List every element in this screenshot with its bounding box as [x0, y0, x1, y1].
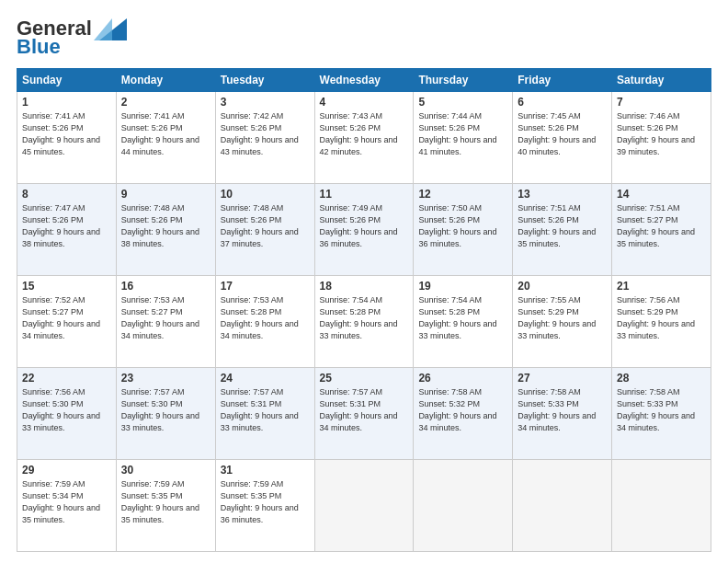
day-cell-11: 11Sunrise: 7:49 AMSunset: 5:26 PMDayligh…	[314, 184, 414, 276]
day-number: 22	[22, 372, 111, 385]
day-number: 7	[617, 96, 706, 109]
day-cell-22: 22Sunrise: 7:56 AMSunset: 5:30 PMDayligh…	[17, 368, 117, 460]
day-info: Sunrise: 7:55 AMSunset: 5:29 PMDaylight:…	[518, 294, 607, 342]
day-cell-31: 31Sunrise: 7:59 AMSunset: 5:35 PMDayligh…	[215, 460, 314, 552]
day-number: 26	[418, 372, 507, 385]
day-number: 4	[320, 96, 409, 109]
day-cell-30: 30Sunrise: 7:59 AMSunset: 5:35 PMDayligh…	[116, 460, 215, 552]
day-header-saturday: Saturday	[612, 69, 711, 92]
day-cell-2: 2Sunrise: 7:41 AMSunset: 5:26 PMDaylight…	[116, 92, 215, 184]
day-cell-3: 3Sunrise: 7:42 AMSunset: 5:26 PMDaylight…	[215, 92, 314, 184]
day-cell-1: 1Sunrise: 7:41 AMSunset: 5:26 PMDaylight…	[17, 92, 117, 184]
day-header-thursday: Thursday	[414, 69, 513, 92]
empty-cell	[414, 460, 513, 552]
day-number: 14	[617, 188, 706, 201]
day-cell-20: 20Sunrise: 7:55 AMSunset: 5:29 PMDayligh…	[513, 276, 612, 368]
day-info: Sunrise: 7:48 AMSunset: 5:26 PMDaylight:…	[121, 202, 210, 250]
day-info: Sunrise: 7:50 AMSunset: 5:26 PMDaylight:…	[418, 202, 507, 250]
day-cell-24: 24Sunrise: 7:57 AMSunset: 5:31 PMDayligh…	[215, 368, 314, 460]
day-header-friday: Friday	[513, 69, 612, 92]
day-info: Sunrise: 7:58 AMSunset: 5:33 PMDaylight:…	[617, 386, 706, 434]
day-number: 17	[221, 280, 310, 293]
day-cell-15: 15Sunrise: 7:52 AMSunset: 5:27 PMDayligh…	[17, 276, 117, 368]
day-cell-29: 29Sunrise: 7:59 AMSunset: 5:34 PMDayligh…	[17, 460, 117, 552]
day-info: Sunrise: 7:59 AMSunset: 5:35 PMDaylight:…	[121, 478, 210, 526]
day-info: Sunrise: 7:46 AMSunset: 5:26 PMDaylight:…	[617, 110, 706, 158]
day-cell-4: 4Sunrise: 7:43 AMSunset: 5:26 PMDaylight…	[314, 92, 414, 184]
day-info: Sunrise: 7:57 AMSunset: 5:31 PMDaylight:…	[221, 386, 310, 434]
day-cell-8: 8Sunrise: 7:47 AMSunset: 5:26 PMDaylight…	[17, 184, 117, 276]
day-number: 29	[22, 464, 111, 477]
day-number: 28	[617, 372, 706, 385]
day-info: Sunrise: 7:51 AMSunset: 5:27 PMDaylight:…	[617, 202, 706, 250]
day-number: 27	[518, 372, 607, 385]
day-number: 24	[221, 372, 310, 385]
day-info: Sunrise: 7:45 AMSunset: 5:26 PMDaylight:…	[518, 110, 607, 158]
day-number: 31	[221, 464, 310, 477]
day-cell-13: 13Sunrise: 7:51 AMSunset: 5:26 PMDayligh…	[513, 184, 612, 276]
day-info: Sunrise: 7:58 AMSunset: 5:33 PMDaylight:…	[518, 386, 607, 434]
week-row-4: 22Sunrise: 7:56 AMSunset: 5:30 PMDayligh…	[17, 368, 711, 460]
day-info: Sunrise: 7:41 AMSunset: 5:26 PMDaylight:…	[22, 110, 111, 158]
day-header-tuesday: Tuesday	[215, 69, 314, 92]
day-number: 9	[121, 188, 210, 201]
day-info: Sunrise: 7:56 AMSunset: 5:29 PMDaylight:…	[617, 294, 706, 342]
empty-cell	[612, 460, 711, 552]
logo: General Blue	[17, 17, 127, 59]
day-number: 8	[22, 188, 111, 201]
day-cell-25: 25Sunrise: 7:57 AMSunset: 5:31 PMDayligh…	[314, 368, 414, 460]
day-number: 21	[617, 280, 706, 293]
day-number: 18	[320, 280, 409, 293]
day-number: 10	[221, 188, 310, 201]
empty-cell	[314, 460, 414, 552]
day-number: 1	[22, 96, 111, 109]
day-number: 25	[320, 372, 409, 385]
day-number: 13	[518, 188, 607, 201]
day-info: Sunrise: 7:41 AMSunset: 5:26 PMDaylight:…	[121, 110, 210, 158]
day-info: Sunrise: 7:57 AMSunset: 5:30 PMDaylight:…	[121, 386, 210, 434]
day-info: Sunrise: 7:53 AMSunset: 5:28 PMDaylight:…	[221, 294, 310, 342]
empty-cell	[513, 460, 612, 552]
day-cell-21: 21Sunrise: 7:56 AMSunset: 5:29 PMDayligh…	[612, 276, 711, 368]
day-number: 11	[320, 188, 409, 201]
day-header-monday: Monday	[116, 69, 215, 92]
svg-marker-1	[94, 18, 112, 40]
day-cell-18: 18Sunrise: 7:54 AMSunset: 5:28 PMDayligh…	[314, 276, 414, 368]
day-info: Sunrise: 7:43 AMSunset: 5:26 PMDaylight:…	[320, 110, 409, 158]
day-info: Sunrise: 7:52 AMSunset: 5:27 PMDaylight:…	[22, 294, 111, 342]
day-info: Sunrise: 7:57 AMSunset: 5:31 PMDaylight:…	[320, 386, 409, 434]
day-number: 6	[518, 96, 607, 109]
day-cell-7: 7Sunrise: 7:46 AMSunset: 5:26 PMDaylight…	[612, 92, 711, 184]
day-info: Sunrise: 7:53 AMSunset: 5:27 PMDaylight:…	[121, 294, 210, 342]
week-row-3: 15Sunrise: 7:52 AMSunset: 5:27 PMDayligh…	[17, 276, 711, 368]
day-cell-12: 12Sunrise: 7:50 AMSunset: 5:26 PMDayligh…	[414, 184, 513, 276]
day-info: Sunrise: 7:56 AMSunset: 5:30 PMDaylight:…	[22, 386, 111, 434]
day-number: 3	[221, 96, 310, 109]
day-number: 5	[418, 96, 507, 109]
day-number: 15	[22, 280, 111, 293]
day-header-wednesday: Wednesday	[314, 69, 414, 92]
week-row-5: 29Sunrise: 7:59 AMSunset: 5:34 PMDayligh…	[17, 460, 711, 552]
day-cell-27: 27Sunrise: 7:58 AMSunset: 5:33 PMDayligh…	[513, 368, 612, 460]
day-info: Sunrise: 7:42 AMSunset: 5:26 PMDaylight:…	[221, 110, 310, 158]
week-row-1: 1Sunrise: 7:41 AMSunset: 5:26 PMDaylight…	[17, 92, 711, 184]
day-info: Sunrise: 7:48 AMSunset: 5:26 PMDaylight:…	[221, 202, 310, 250]
day-cell-26: 26Sunrise: 7:58 AMSunset: 5:32 PMDayligh…	[414, 368, 513, 460]
day-cell-14: 14Sunrise: 7:51 AMSunset: 5:27 PMDayligh…	[612, 184, 711, 276]
day-number: 19	[418, 280, 507, 293]
day-cell-9: 9Sunrise: 7:48 AMSunset: 5:26 PMDaylight…	[116, 184, 215, 276]
day-number: 23	[121, 372, 210, 385]
day-number: 16	[121, 280, 210, 293]
calendar-table: SundayMondayTuesdayWednesdayThursdayFrid…	[17, 68, 711, 552]
day-cell-6: 6Sunrise: 7:45 AMSunset: 5:26 PMDaylight…	[513, 92, 612, 184]
day-info: Sunrise: 7:59 AMSunset: 5:34 PMDaylight:…	[22, 478, 111, 526]
day-number: 20	[518, 280, 607, 293]
day-info: Sunrise: 7:49 AMSunset: 5:26 PMDaylight:…	[320, 202, 409, 250]
day-cell-10: 10Sunrise: 7:48 AMSunset: 5:26 PMDayligh…	[215, 184, 314, 276]
day-number: 30	[121, 464, 210, 477]
day-info: Sunrise: 7:44 AMSunset: 5:26 PMDaylight:…	[418, 110, 507, 158]
logo-icon	[94, 15, 127, 40]
day-number: 12	[418, 188, 507, 201]
page: General Blue SundayMondayTuesdayWednesda…	[0, 0, 728, 563]
day-cell-19: 19Sunrise: 7:54 AMSunset: 5:28 PMDayligh…	[414, 276, 513, 368]
